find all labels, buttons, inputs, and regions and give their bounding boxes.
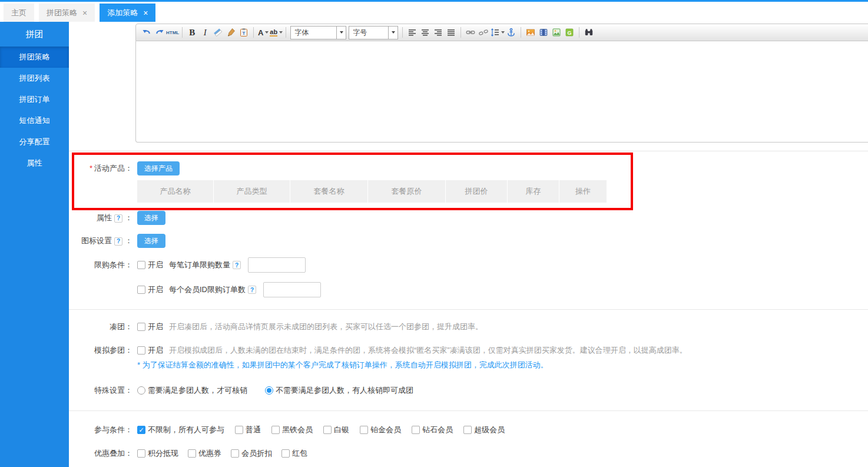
align-right-icon[interactable] — [432, 26, 445, 39]
tab-add-strategy[interactable]: 添加策略× — [100, 4, 155, 22]
align-center-icon[interactable] — [419, 26, 432, 39]
help-icon[interactable]: ? — [248, 286, 256, 294]
sidebar-item-strategy[interactable]: 拼团策略 — [0, 47, 69, 68]
svg-text:G: G — [568, 30, 572, 36]
discount-option-points-checkbox[interactable] — [137, 449, 145, 458]
undo-icon[interactable] — [140, 26, 153, 39]
table-header-cell: 产品类型 — [214, 180, 290, 203]
tab-home[interactable]: 主页 — [4, 4, 34, 22]
per-member-order-limit-toggle-label[interactable]: 开启 — [148, 284, 163, 295]
special-option-no-need-count[interactable]: 不需要满足参团人数，有人核销即可成团 — [265, 385, 413, 396]
discount-option-member[interactable]: 会员折扣 — [231, 448, 272, 459]
special-option-no-need-count-radio[interactable] — [265, 386, 273, 395]
per-member-order-limit-text: 每个会员ID限购订单数 — [169, 284, 246, 295]
help-icon[interactable]: ? — [114, 214, 122, 223]
editor-content[interactable] — [135, 41, 868, 143]
font-size-select[interactable]: 字号 — [349, 26, 398, 39]
per-order-quantity-limit-checkbox[interactable] — [137, 261, 145, 269]
html-icon[interactable]: HTML — [166, 26, 179, 39]
join-option-normal[interactable]: 普通 — [235, 425, 261, 435]
join-option-super-checkbox[interactable] — [463, 426, 472, 434]
select-attribute-button[interactable]: 选择 — [137, 211, 165, 225]
join-option-diamond-checkbox[interactable] — [412, 426, 420, 434]
join-option-platinum[interactable]: 铂金会员 — [360, 425, 401, 435]
link-icon[interactable] — [464, 26, 477, 39]
join-option-silver[interactable]: 白银 — [323, 425, 349, 435]
video-icon[interactable] — [537, 26, 550, 39]
help-icon[interactable]: ? — [233, 261, 241, 269]
line-height-icon[interactable] — [490, 26, 505, 39]
tab-label: 拼团策略 — [47, 8, 77, 18]
per-order-quantity-limit-toggle-label[interactable]: 开启 — [148, 260, 163, 270]
join-option-black-iron-checkbox[interactable] — [271, 426, 280, 434]
brush-icon[interactable] — [224, 26, 237, 39]
simulate-checkbox[interactable] — [137, 346, 145, 355]
image-icon[interactable] — [524, 26, 537, 39]
join-option-diamond[interactable]: 钻石会员 — [412, 425, 453, 435]
map-icon[interactable]: G — [563, 26, 576, 39]
find-icon[interactable] — [582, 26, 595, 39]
sidebar-header-group-buy[interactable]: 拼团 — [0, 22, 69, 47]
group-fill-checkbox[interactable] — [137, 323, 145, 331]
chevron-down-icon[interactable] — [388, 27, 397, 39]
join-option-normal-checkbox[interactable] — [235, 426, 243, 434]
discount-option-points[interactable]: 积分抵现 — [137, 448, 178, 459]
anchor-icon[interactable] — [505, 26, 518, 39]
highlight-icon[interactable]: ab — [270, 26, 283, 39]
simulate-description: 开启模拟成团后，人数未满的团在结束时，满足条件的团，系统将会模拟“匿名买家”凑满… — [169, 345, 687, 356]
align-justify-icon[interactable] — [445, 26, 458, 39]
discount-option-coupon-checkbox[interactable] — [188, 449, 196, 458]
sidebar-item-attribute[interactable]: 属性 — [0, 153, 69, 174]
per-member-order-limit-checkbox[interactable] — [137, 286, 145, 294]
simulate-toggle-label[interactable]: 开启 — [148, 345, 163, 356]
simulate-label: 模拟参团： — [69, 345, 132, 356]
discount-option-coupon-label: 优惠券 — [198, 448, 221, 459]
product-table-header: 产品名称产品类型套餐名称套餐原价拼团价库存操作 — [137, 180, 607, 203]
group-fill-toggle-label[interactable]: 开启 — [148, 322, 163, 332]
redo-icon[interactable] — [153, 26, 166, 39]
font-color-icon[interactable]: A — [257, 26, 270, 39]
discount-option-coupon[interactable]: 优惠券 — [188, 448, 221, 459]
product-row: *活动产品： 选择产品 — [69, 160, 180, 177]
discount-stack-row: 优惠叠加： 积分抵现优惠券会员折扣红包 — [69, 445, 307, 462]
join-option-silver-checkbox[interactable] — [323, 426, 332, 434]
rich-text-editor: HTMLBITAab字体字号G — [135, 24, 868, 143]
select-icon-button[interactable]: 选择 — [137, 234, 165, 248]
group-fill-row: 凑团： 开启 开启凑团后，活动商品详情页展示未成团的团列表，买家可以任选一个团参… — [69, 319, 483, 335]
join-option-platinum-checkbox[interactable] — [360, 426, 368, 434]
join-option-super[interactable]: 超级会员 — [463, 425, 505, 435]
font-family-select[interactable]: 字体 — [290, 26, 346, 39]
sidebar-item-share[interactable]: 分享配置 — [0, 131, 69, 153]
join-option-unlimited[interactable]: ✓不限制，所有人可参与 — [137, 425, 224, 435]
special-option-need-count-radio[interactable] — [137, 386, 145, 395]
close-icon[interactable]: × — [143, 9, 148, 17]
bold-icon[interactable]: B — [185, 26, 198, 39]
eraser-icon[interactable] — [211, 26, 224, 39]
tab-group-strategy[interactable]: 拼团策略× — [39, 4, 95, 22]
chevron-down-icon[interactable] — [336, 27, 346, 39]
help-icon[interactable]: ? — [114, 237, 122, 246]
attribute-row: 属性?： 选择 — [69, 211, 165, 225]
align-left-icon[interactable] — [406, 26, 419, 39]
special-option-need-count[interactable]: 需要满足参团人数，才可核销 — [137, 385, 247, 396]
close-icon[interactable]: × — [82, 9, 87, 17]
join-option-unlimited-checkbox[interactable]: ✓ — [137, 426, 145, 434]
purchase-limit-row-1: 限购条件： 开启每笔订单限购数量? — [69, 257, 306, 273]
sidebar-item-sms[interactable]: 短信通知 — [0, 110, 69, 131]
toolbar-separator — [253, 27, 254, 38]
sidebar-item-list[interactable]: 拼团列表 — [0, 68, 69, 89]
album-icon[interactable] — [550, 26, 563, 39]
product-label: *活动产品： — [69, 163, 132, 174]
discount-option-member-checkbox[interactable] — [231, 449, 239, 458]
per-order-quantity-limit-input[interactable] — [248, 257, 306, 273]
italic-icon[interactable]: I — [198, 26, 211, 39]
unlink-icon[interactable] — [477, 26, 490, 39]
discount-option-redpacket[interactable]: 红包 — [281, 448, 307, 459]
sidebar-item-order[interactable]: 拼团订单 — [0, 89, 69, 110]
per-member-order-limit-input[interactable] — [263, 282, 321, 297]
discount-option-redpacket-checkbox[interactable] — [281, 449, 290, 458]
select-product-button[interactable]: 选择产品 — [137, 161, 180, 175]
paste-text-icon[interactable]: T — [237, 26, 250, 39]
join-option-black-iron[interactable]: 黑铁会员 — [271, 425, 313, 435]
discount-option-points-label: 积分抵现 — [148, 448, 178, 459]
